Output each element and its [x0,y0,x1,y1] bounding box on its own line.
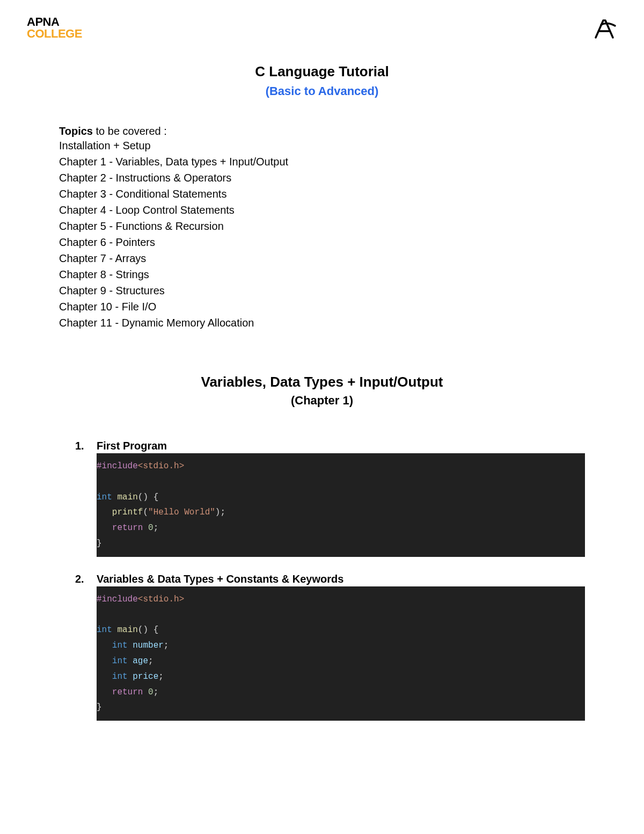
topics-item: Chapter 5 - Functions & Recursion [59,218,585,234]
topics-item: Chapter 2 - Instructions & Operators [59,170,585,186]
topics-item: Chapter 10 - File I/O [59,299,585,315]
topics-label-bold: Topics [59,125,93,137]
brand-logo: APNA COLLEGE [27,16,82,40]
logo-top-text: APNA [27,16,82,28]
signature-icon [591,16,617,42]
topics-item: Chapter 11 - Dynamic Memory Allocation [59,315,585,331]
page-title-text: C Language Tutorial [27,63,617,80]
page-header: APNA COLLEGE [27,16,617,42]
code-block: #include<stdio.h> int main() { int numbe… [97,586,585,721]
section-header: 2.Variables & Data Types + Constants & K… [59,573,585,585]
chapter-title: Variables, Data Types + Input/Output [59,374,585,390]
code-block: #include<stdio.h> int main() { printf("H… [97,453,585,557]
chapter-subtitle: (Chapter 1) [59,394,585,408]
topics-label-rest: to be covered : [93,125,167,137]
content-area: Topics to be covered : Installation + Se… [27,125,617,721]
topics-item: Chapter 4 - Loop Control Statements [59,202,585,218]
topics-item: Chapter 8 - Strings [59,266,585,282]
topics-item: Chapter 6 - Pointers [59,234,585,250]
section: 2.Variables & Data Types + Constants & K… [59,573,585,721]
page-title: C Language Tutorial [27,63,617,80]
topics-list: Installation + SetupChapter 1 - Variable… [59,137,585,331]
section-title: First Program [97,440,167,452]
topics-item: Chapter 7 - Arrays [59,250,585,266]
topics-item: Chapter 3 - Conditional Statements [59,186,585,202]
section-number: 2. [75,573,86,585]
topics-item: Chapter 1 - Variables, Data types + Inpu… [59,154,585,170]
topics-item: Installation + Setup [59,137,585,154]
page-subtitle: (Basic to Advanced) [27,84,617,98]
logo-bottom-text: COLLEGE [27,28,82,40]
topics-item: Chapter 9 - Structures [59,282,585,299]
topics-heading: Topics to be covered : [59,125,585,137]
section-header: 1.First Program [59,440,585,452]
section: 1.First Program#include<stdio.h> int mai… [59,440,585,557]
section-number: 1. [75,440,86,452]
section-title: Variables & Data Types + Constants & Key… [97,573,343,585]
